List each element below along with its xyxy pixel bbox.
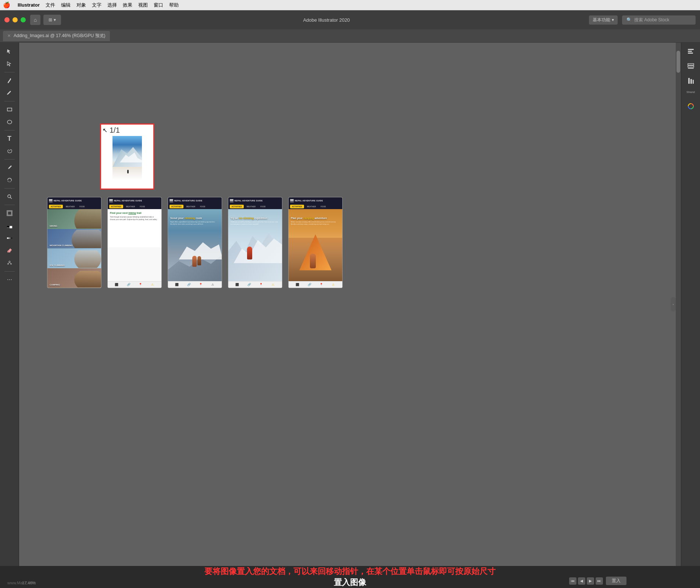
reshape-tool[interactable]	[4, 174, 15, 186]
menu-window[interactable]: 窗口	[154, 2, 163, 8]
toolbar-separator-4	[4, 159, 15, 159]
stock-search-bar[interactable]: 🔍 搜索 Adobe Stock	[622, 15, 696, 25]
apple-menu[interactable]: 🍎	[3, 1, 10, 8]
nav-weather-4[interactable]: WeAtheR	[245, 205, 258, 208]
artboard-tool[interactable]	[4, 207, 15, 219]
type-tool[interactable]: T	[4, 133, 15, 144]
nav-food-2[interactable]: FOOD	[138, 205, 147, 208]
nav-activities-2[interactable]: ACTIVITIES	[109, 205, 123, 208]
pencil-tool[interactable]	[4, 162, 15, 173]
next-next-btn[interactable]: ⏭	[596, 577, 603, 585]
eraser-tool[interactable]	[4, 245, 15, 257]
menu-select[interactable]: 选择	[107, 2, 117, 8]
toolbar-square-4[interactable]: ⬛	[235, 283, 239, 287]
menu-file[interactable]: 文件	[46, 2, 55, 8]
toolbar-pin-3[interactable]: 📍	[199, 283, 203, 287]
nav-food-3[interactable]: Food	[198, 205, 207, 208]
color-wheel-icon[interactable]	[685, 100, 697, 112]
nav-weather-3[interactable]: WEATHER	[185, 205, 197, 208]
workspace-selector[interactable]: 基本功能 ▾	[589, 15, 618, 25]
hiking-label: HIKING	[50, 225, 57, 227]
panel-collapse-handle[interactable]: ›	[671, 297, 676, 312]
tab-bar: ✕ Adding_Images.ai @ 17.46% (RGB/GPU 预览)	[0, 29, 700, 43]
menu-view[interactable]: 视图	[138, 2, 148, 8]
menu-help[interactable]: 帮助	[169, 2, 179, 8]
menu-edit[interactable]: 编辑	[61, 2, 71, 8]
camping-highlight: camping	[303, 217, 314, 219]
prev-prev-btn[interactable]: ⏮	[569, 577, 576, 585]
library-panel-icon[interactable]	[685, 75, 697, 87]
climbing-heading: Scout your climbing route	[170, 216, 219, 220]
tab-close-icon[interactable]: ✕	[7, 33, 11, 38]
layers-panel-icon[interactable]	[685, 60, 697, 72]
svg-rect-24	[690, 79, 692, 84]
status-message: 要将图像置入您的文档，可以来回移动指针，在某个位置单击鼠标即可按原始尺寸	[204, 566, 496, 577]
toolbar-separator-5	[4, 188, 15, 189]
nav-food[interactable]: food	[78, 205, 86, 208]
home-button[interactable]: ⌂	[30, 15, 40, 25]
phones-row: NEPAL ADVENTURE GUIDE ACTIVITIES WEATHER…	[47, 197, 343, 288]
toolbar-link-icon[interactable]: 🔗	[127, 283, 131, 287]
nav-weather-5[interactable]: WEATHER	[305, 205, 318, 208]
phone-3-title: NEPAL ADVENTURE GUIDE	[174, 200, 203, 202]
svg-rect-8	[10, 226, 12, 228]
maximize-button[interactable]	[21, 17, 26, 22]
more-tools[interactable]: ⋯	[4, 274, 15, 286]
toolbar-square-3[interactable]: ⬛	[175, 283, 179, 287]
close-button[interactable]	[4, 17, 10, 22]
toolbar-square-icon[interactable]: ⬛	[115, 283, 118, 287]
properties-panel-icon[interactable]	[685, 46, 697, 57]
import-button[interactable]: 置入	[606, 577, 626, 585]
toolbar-link-4[interactable]: 🔗	[247, 283, 251, 287]
zoom-tool[interactable]	[4, 191, 15, 202]
ice-highlight: ice climbing	[239, 217, 254, 219]
rectangle-tool[interactable]	[4, 104, 15, 115]
scroll-thumb[interactable]	[676, 51, 680, 73]
toolbar-square-5[interactable]: ⬛	[296, 283, 299, 287]
toolbar-warning-icon[interactable]: ⚠	[151, 283, 154, 287]
pen-tool[interactable]	[4, 75, 15, 86]
direct-selection-tool[interactable]	[4, 58, 15, 70]
toolbar-warning-3[interactable]: ⚠	[211, 283, 215, 287]
toolbar-warning-4[interactable]: ⚠	[271, 283, 275, 287]
nav-activities-3[interactable]: AcTIvITIES	[169, 205, 183, 208]
nav-activities-5[interactable]: ACTIVITIES	[290, 205, 304, 208]
nav-food-5[interactable]: Food	[319, 205, 328, 208]
minimize-button[interactable]	[12, 17, 18, 22]
color-picker-tool[interactable]	[4, 220, 15, 232]
main-layout: T	[0, 43, 700, 566]
toolbar-pin-icon[interactable]: 📍	[139, 283, 142, 287]
selection-tool[interactable]	[4, 46, 15, 57]
svg-line-4	[10, 197, 12, 199]
document-tab[interactable]: ✕ Adding_Images.ai @ 17.46% (RGB/GPU 预览)	[3, 31, 110, 41]
next-btn[interactable]: ▶	[587, 577, 594, 585]
camping-person	[310, 254, 316, 268]
nav-weather-2[interactable]: WEATHER	[124, 205, 137, 208]
prev-btn[interactable]: ◀	[578, 577, 585, 585]
view-toggle[interactable]: ⊞ ▾	[43, 15, 61, 25]
nav-food-4[interactable]: FOOD	[258, 205, 267, 208]
nav-activities-4[interactable]: ACTIVITIES	[230, 205, 244, 208]
phone-3-text-overlay: Scout your climbing route Nepal offers u…	[170, 216, 219, 225]
puppet-warp-tool[interactable]	[4, 257, 15, 269]
svg-rect-25	[693, 80, 694, 84]
menu-object[interactable]: 对象	[76, 2, 86, 8]
toolbar-link-3[interactable]: 🔗	[187, 283, 191, 287]
ellipse-tool[interactable]	[4, 116, 15, 128]
gradient-tool[interactable]	[4, 232, 15, 244]
nav-weather[interactable]: WEATHER	[64, 205, 77, 208]
menu-text[interactable]: 文字	[92, 2, 101, 8]
toolbar-pin-5[interactable]: 📍	[319, 283, 323, 287]
toolbar-link-5[interactable]: 🔗	[308, 283, 311, 287]
toolbar-warning-5[interactable]: ⚠	[332, 283, 335, 287]
brush-tool[interactable]	[4, 87, 15, 99]
spiral-tool[interactable]	[4, 145, 15, 157]
phone-4-text-overlay: Try an ice climbing expedition Challenge…	[231, 216, 280, 225]
canvas-area[interactable]: ↖ 1/1 NEPAL ADVENTURE GUIDE	[19, 43, 681, 566]
artboard-selected[interactable]: ↖ 1/1	[100, 123, 154, 190]
menu-effect[interactable]: 效果	[123, 2, 132, 8]
vertical-scrollbar[interactable]	[676, 43, 681, 566]
toolbar-pin-4[interactable]: 📍	[259, 283, 263, 287]
nav-activities[interactable]: ACTIVITIES	[49, 205, 63, 208]
svg-rect-19	[688, 53, 693, 54]
